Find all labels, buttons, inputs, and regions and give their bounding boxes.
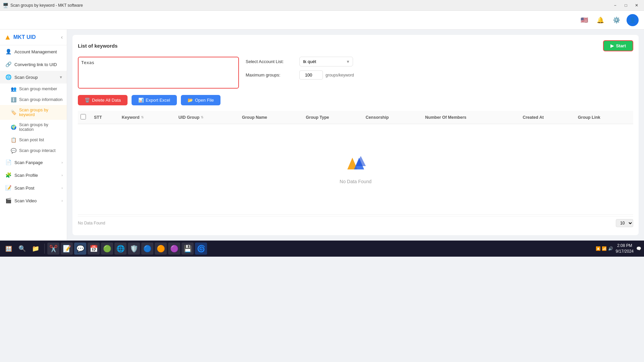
taskbar-app-4[interactable]: 📅 bbox=[88, 243, 100, 255]
taskbar-app-2[interactable]: 📝 bbox=[61, 243, 73, 255]
taskbar-separator bbox=[44, 244, 45, 254]
th-group-link: Group Link bbox=[575, 111, 633, 124]
taskbar: 🪟 🔍 📁 ✂️ 📝 💬 📅 🟢 🌐 🛡️ 🔵 🟠 🟣 💾 🌀 🔼 📶 🔊 2:… bbox=[0, 241, 644, 257]
max-groups-input[interactable] bbox=[299, 70, 323, 80]
scan-groups-location-icon: 🌍 bbox=[11, 124, 16, 130]
gear-icon: ⚙️ bbox=[613, 16, 620, 24]
title-bar-title: Scan groups by keyword - MKT software bbox=[10, 3, 83, 8]
page-title: List of keywords bbox=[78, 43, 117, 49]
col-uid-group-sort-icon[interactable]: ⇅ bbox=[201, 115, 203, 119]
groups-per-keyword-label: groups/keyword bbox=[326, 73, 354, 77]
keyword-textarea[interactable]: Texas bbox=[78, 57, 239, 89]
taskbar-app-9[interactable]: 🟠 bbox=[155, 243, 167, 255]
taskbar-app-mkt[interactable]: 🌀 bbox=[195, 243, 207, 255]
select-all-checkbox[interactable] bbox=[81, 114, 86, 119]
scan-post-arrow-icon: › bbox=[61, 186, 63, 190]
scan-profile-icon: 🧩 bbox=[5, 172, 12, 178]
scan-group-info-icon: ℹ️ bbox=[11, 97, 16, 102]
minimize-button[interactable]: − bbox=[610, 2, 620, 9]
col-censorship-label: Censorship bbox=[366, 115, 389, 120]
no-data-cell: No Data Found bbox=[78, 124, 633, 215]
sidebar-label-account-management: Account Management bbox=[14, 49, 57, 54]
page-size-select[interactable]: 10 20 50 bbox=[616, 219, 633, 227]
sidebar-item-account-management[interactable]: 👤 Account Management bbox=[0, 45, 67, 58]
account-select[interactable]: tk quét bbox=[300, 57, 353, 66]
col-keyword-sort-icon[interactable]: ⇅ bbox=[141, 115, 144, 119]
taskbar-app-11[interactable]: 💾 bbox=[182, 243, 194, 255]
notification-button[interactable]: 🔔 bbox=[594, 14, 606, 26]
close-button[interactable]: ✕ bbox=[632, 2, 641, 9]
sidebar-item-scan-group-member[interactable]: 👥 Scan group member bbox=[0, 84, 67, 94]
sidebar-label-scan-group-interact: Scan group interact bbox=[19, 148, 55, 153]
sidebar-item-scan-groups-by-location[interactable]: 🌍 Scan groups by location bbox=[0, 120, 67, 135]
th-checkbox bbox=[78, 111, 91, 124]
sidebar-label-scan-group: Scan Group bbox=[14, 75, 38, 80]
taskbar-app-7[interactable]: 🛡️ bbox=[128, 243, 140, 255]
sidebar-section-scan-group[interactable]: 🌐 Scan Group ▼ bbox=[0, 71, 67, 84]
open-file-icon: 📂 bbox=[188, 98, 193, 103]
taskbar-date-value: 9/17/2024 bbox=[616, 249, 634, 254]
taskbar-search-button[interactable]: 🔍 bbox=[16, 243, 28, 255]
scan-groups-keyword-icon: 🏷️ bbox=[11, 110, 16, 115]
sidebar-item-scan-group-interact[interactable]: 💬 Scan group interact bbox=[0, 145, 67, 156]
scan-fanpage-arrow-icon: › bbox=[61, 160, 63, 164]
col-keyword-label: Keyword bbox=[122, 115, 140, 120]
scan-fanpage-icon: 📄 bbox=[5, 159, 12, 165]
scan-video-arrow-icon: › bbox=[61, 199, 63, 203]
scan-group-icon: 🌐 bbox=[5, 74, 12, 80]
sidebar-section-scan-post[interactable]: 📝 Scan Post › bbox=[0, 182, 67, 194]
keyword-section: Texas Select Account List: tk quét ▼ bbox=[78, 57, 633, 90]
sidebar-section-scan-video[interactable]: 🎬 Scan Video › bbox=[0, 194, 67, 207]
flag-icon: 🇺🇸 bbox=[581, 16, 588, 24]
table-header: STT Keyword ⇅ UID bbox=[78, 111, 633, 124]
export-button-label: Export Excel bbox=[146, 98, 170, 103]
maximize-button[interactable]: □ bbox=[621, 2, 631, 9]
delete-all-button[interactable]: 🗑️ Delete All Data bbox=[78, 95, 128, 105]
avatar-icon: 👤 bbox=[629, 17, 636, 23]
title-bar-icon: 🖥️ bbox=[3, 3, 8, 8]
col-created-at-label: Created At bbox=[523, 115, 544, 120]
taskbar-app-10[interactable]: 🟣 bbox=[168, 243, 180, 255]
sidebar-item-scan-group-information[interactable]: ℹ️ Scan group information bbox=[0, 94, 67, 105]
logo-text: MKT UID bbox=[13, 34, 36, 40]
taskbar-app-1[interactable]: ✂️ bbox=[47, 243, 59, 255]
taskbar-app-8[interactable]: 🔵 bbox=[141, 243, 153, 255]
th-censorship: Censorship bbox=[363, 111, 423, 124]
scan-post-list-icon: 📋 bbox=[11, 137, 16, 143]
select-account-row: Select Account List: tk quét ▼ bbox=[246, 57, 633, 66]
taskbar-app-3[interactable]: 💬 bbox=[74, 243, 86, 255]
no-data-icon bbox=[346, 154, 366, 175]
svg-marker-2 bbox=[356, 156, 366, 166]
header-bar: 🇺🇸 🔔 ⚙️ 👤 bbox=[0, 11, 644, 30]
th-uid-group: UID Group ⇅ bbox=[176, 111, 239, 124]
avatar[interactable]: 👤 bbox=[627, 14, 639, 26]
sidebar-section-scan-fanpage[interactable]: 📄 Scan Fanpage › bbox=[0, 156, 67, 169]
export-excel-button[interactable]: 📊 Export Excel bbox=[132, 95, 177, 105]
sidebar-item-scan-groups-by-keyword[interactable]: 🏷️ Scan groups by keyword bbox=[0, 105, 67, 120]
sidebar-collapse-button[interactable]: ‹ bbox=[61, 34, 63, 40]
taskbar-files-button[interactable]: 📁 bbox=[30, 243, 42, 255]
taskbar-notification-icon[interactable]: 🗨️ bbox=[636, 246, 641, 251]
taskbar-app-5[interactable]: 🟢 bbox=[101, 243, 113, 255]
settings-button[interactable]: ⚙️ bbox=[610, 14, 623, 26]
export-icon: 📊 bbox=[138, 98, 144, 103]
scan-group-arrow-icon: ▼ bbox=[59, 75, 63, 79]
settings-section: Select Account List: tk quét ▼ Maximum g… bbox=[246, 57, 633, 84]
flag-button[interactable]: 🇺🇸 bbox=[578, 14, 590, 26]
taskbar-app-6[interactable]: 🌐 bbox=[114, 243, 127, 255]
sidebar-item-converting-link[interactable]: 🔗 Converting link to UID bbox=[0, 58, 67, 71]
title-bar: 🖥️ Scan groups by keyword - MKT software… bbox=[0, 0, 644, 11]
col-uid-group-label: UID Group bbox=[179, 115, 200, 120]
taskbar-right: 🔼 📶 🔊 2:08 PM 9/17/2024 🗨️ bbox=[596, 243, 641, 254]
logo-icon: ▲ bbox=[4, 33, 11, 42]
open-file-button[interactable]: 📂 Open File bbox=[181, 95, 220, 105]
start-play-icon: ▶ bbox=[610, 43, 614, 48]
open-file-button-label: Open File bbox=[195, 98, 214, 103]
sidebar-section-scan-profile[interactable]: 🧩 Scan Profile › bbox=[0, 169, 67, 182]
no-data-text: No Data Found bbox=[340, 179, 371, 184]
max-groups-label: Maximum groups: bbox=[246, 72, 299, 77]
sidebar-item-scan-post-list[interactable]: 📋 Scan post list bbox=[0, 135, 67, 145]
taskbar-start-button[interactable]: 🪟 bbox=[3, 243, 15, 255]
start-button[interactable]: ▶ Start bbox=[603, 40, 633, 51]
page-card: List of keywords ▶ Start Texas Select Ac… bbox=[72, 35, 639, 235]
